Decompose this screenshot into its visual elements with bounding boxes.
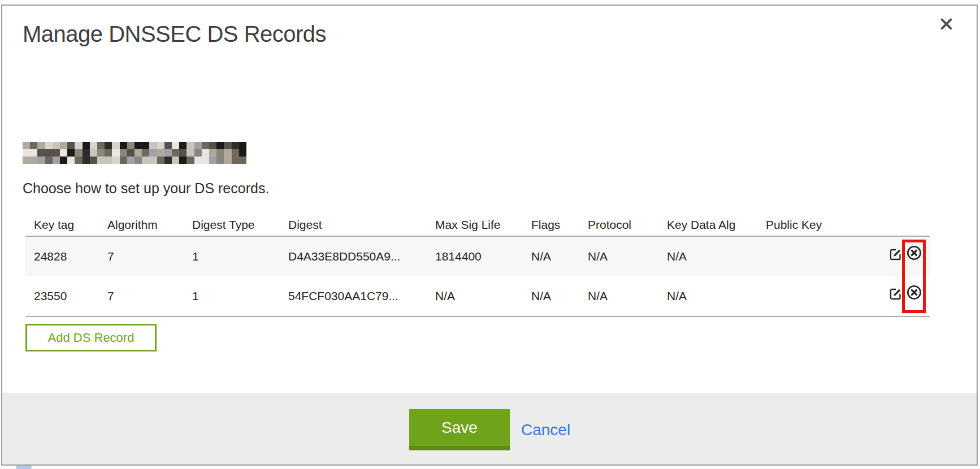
screen: Manage DNSSEC DS Records Choose how to s… — [0, 0, 980, 469]
dialog-title: Manage DNSSEC DS Records — [23, 20, 326, 47]
save-button[interactable]: Save — [409, 409, 510, 450]
column-header-max-sig-life: Max Sig Life — [427, 214, 523, 236]
instruction-text: Choose how to set up your DS records. — [23, 180, 269, 197]
column-header-digest-type: Digest Type — [184, 214, 280, 236]
column-header-key-data-alg: Key Data Alg — [658, 214, 757, 236]
cell-protocol: N/A — [579, 276, 658, 316]
manage-dnssec-dialog: Manage DNSSEC DS Records Choose how to s… — [1, 5, 978, 466]
cell-algorithm: 7 — [99, 276, 184, 316]
x-circle-icon — [907, 237, 922, 276]
add-ds-record-button[interactable]: Add DS Record — [25, 324, 157, 351]
cell-key-data-alg: N/A — [658, 237, 757, 276]
edit-record-button[interactable] — [890, 237, 902, 276]
row-actions — [873, 276, 930, 316]
cell-flags: N/A — [523, 237, 579, 276]
table-row: 24828 7 1 D4A33E8DD550A9... 1814400 N/A … — [25, 237, 930, 276]
redacted-domain-name — [23, 142, 246, 164]
delete-record-button[interactable] — [907, 276, 922, 316]
x-circle-icon — [907, 276, 922, 316]
cell-max-sig-life: 1814400 — [427, 237, 523, 276]
column-header-protocol: Protocol — [579, 214, 658, 236]
edit-record-button[interactable] — [890, 276, 902, 316]
cell-flags: N/A — [523, 276, 579, 316]
cell-digest-type: 1 — [184, 276, 280, 316]
ds-records-table: Key tag Algorithm Digest Type Digest Max… — [25, 214, 930, 317]
cell-key-tag: 23550 — [25, 276, 99, 316]
column-header-digest: Digest — [280, 214, 427, 236]
cell-digest: 54FCF030AA1C79... — [280, 276, 427, 316]
table-header-row: Key tag Algorithm Digest Type Digest Max… — [25, 214, 930, 237]
column-header-flags: Flags — [523, 214, 579, 236]
cancel-link[interactable]: Cancel — [521, 409, 570, 450]
edit-pencil-icon — [890, 276, 902, 316]
edit-pencil-icon — [890, 237, 902, 276]
cell-public-key — [757, 276, 873, 316]
cell-key-data-alg: N/A — [658, 276, 757, 316]
cell-public-key — [757, 237, 873, 276]
row-actions — [873, 237, 930, 276]
background-artifact — [16, 466, 32, 469]
close-button[interactable] — [935, 14, 957, 36]
cell-protocol: N/A — [579, 237, 658, 276]
column-header-algorithm: Algorithm — [99, 214, 184, 236]
column-header-key-tag: Key tag — [25, 214, 99, 236]
cell-digest: D4A33E8DD550A9... — [280, 237, 427, 276]
cell-algorithm: 7 — [99, 237, 184, 276]
cell-max-sig-life: N/A — [427, 276, 523, 316]
cell-digest-type: 1 — [184, 237, 280, 276]
table-row: 23550 7 1 54FCF030AA1C79... N/A N/A N/A … — [25, 276, 930, 316]
cell-key-tag: 24828 — [25, 237, 99, 276]
column-header-public-key: Public Key — [757, 214, 873, 236]
column-header-actions — [873, 214, 930, 236]
x-icon — [939, 16, 954, 34]
delete-record-button[interactable] — [907, 237, 922, 276]
